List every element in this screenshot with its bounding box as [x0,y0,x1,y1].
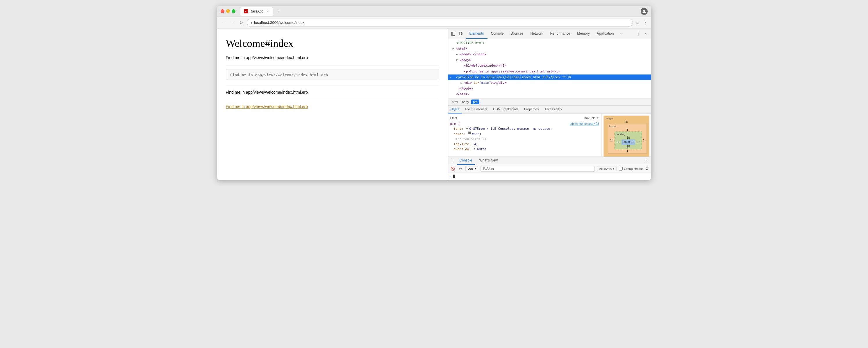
tab-close-button[interactable]: × [266,9,270,13]
box-border-row: 10 padding 10 10 [609,132,646,149]
new-tab-button[interactable]: + [274,7,282,15]
tab-console[interactable]: Console [488,29,507,39]
tab-network[interactable]: Network [527,29,547,39]
styles-property-moz-tab: -moz-tab-size: 4; [450,137,599,142]
box-border-label: border [609,125,646,128]
dom-line-div[interactable]: ▶ <div id="main">…</div> [448,80,651,86]
dom-line-html[interactable]: ▶ <html> [448,46,651,52]
dom-line-html-close[interactable]: </html> [448,91,651,97]
styles-cls-button[interactable]: .cls [591,116,596,120]
console-tab-console[interactable]: Console [457,157,475,165]
prop-value-overflow: auto; [477,147,487,152]
styles-tab-accessibility[interactable]: Accessibility [541,106,565,114]
styles-tab-properties[interactable]: Properties [521,106,541,114]
dom-body-close-tag: </body> [460,86,473,91]
box-padding-outer: padding 10 10 682 × 21 10 [615,132,642,149]
styles-source-link[interactable]: admin-theme.scss:428 [570,122,599,125]
devtools-header-right: ⋮ × [633,31,651,37]
console-input-row: › [448,173,651,180]
page-divider-1 [226,65,439,65]
address-bar[interactable]: ● localhost:3000/welcome/index [247,19,633,27]
devtools-settings-icon[interactable]: ⋮ [636,31,641,37]
dom-h1-tag: <h1>Welcome#index</h1> [464,63,507,68]
breadcrumb-body[interactable]: body [460,99,471,104]
console-top-label: top [467,167,473,171]
dom-line-body-close[interactable]: </body> [448,86,651,92]
dom-triangle[interactable]: ▶ [461,81,464,85]
devtools-close-icon[interactable]: × [643,31,649,37]
content-area: Welcome#index Find me in app/views/welco… [217,29,651,180]
inspect-element-icon[interactable] [450,31,456,37]
dom-triangle [461,69,464,74]
dom-triangle[interactable]: ▼ [456,58,460,63]
tab-performance[interactable]: Performance [547,29,574,39]
lock-icon: ● [251,21,253,24]
color-swatch[interactable] [468,132,471,134]
console-tab-whats-new[interactable]: What's New [476,157,501,165]
minimize-traffic-light[interactable] [226,9,230,13]
dom-line-pre[interactable]: … <pre>Find me in app/views/welcome/inde… [448,75,651,80]
dom-div-tag: <div id="main">…</div> [464,80,507,86]
prop-triangle-font[interactable]: ▶ [466,126,469,132]
dom-triangle [453,92,456,96]
prop-triangle-overflow[interactable]: ▶ [474,147,477,152]
console-filter-input[interactable] [480,166,595,172]
box-margin-label: margin [605,117,648,120]
svg-rect-1 [452,32,455,35]
dom-line-body[interactable]: ▼ <body> [448,57,651,63]
tab-elements[interactable]: Elements [466,29,488,39]
tab-sources[interactable]: Sources [507,29,527,39]
bookmark-star-icon[interactable]: ☆ [635,20,639,25]
box-margin-left [605,137,608,140]
dom-line-p[interactable]: <p>Find me in app/views/welcome/index.ht… [448,69,651,75]
breadcrumb-pre[interactable]: pre [471,99,479,104]
back-button[interactable]: ← [221,20,227,26]
tab-memory[interactable]: Memory [574,29,593,39]
browser-tab[interactable]: R RailsApp × [240,7,273,16]
box-margin-right [647,137,650,140]
console-ban-icon[interactable]: ⊘ [458,166,463,171]
tab-application[interactable]: Application [593,29,617,39]
console-level-arrow: ▾ [613,167,615,171]
profile-icon[interactable] [641,8,648,15]
console-level-label: All levels [599,167,612,171]
styles-filter-input[interactable] [450,116,582,120]
dom-triangle[interactable]: ▶ [453,46,456,51]
console-level-filter[interactable]: All levels ▾ [597,166,617,171]
breadcrumb-html[interactable]: html [450,99,460,104]
browser-menu-icon[interactable]: ⋮ [643,20,648,25]
styles-tab-event-listeners[interactable]: Event Listeners [462,106,490,114]
box-border-left: 10 [609,139,615,142]
dom-tree: <!DOCTYPE html> ▶ <html> ▶ <head>…</head… [448,39,651,99]
console-settings-icon[interactable]: ⚙ [645,167,649,171]
console-group-similar-label[interactable]: Group similar [619,167,643,171]
styles-add-button[interactable]: + [596,116,599,120]
dom-triangle [461,63,464,68]
page-link-text[interactable]: Find me in app/views/welcome/index.html.… [226,104,439,109]
console-top-select[interactable]: top ▾ [465,166,478,171]
prop-name-moz: -moz-tab-size: 4; [454,137,487,142]
console-menu-icon[interactable]: ⋮ [450,158,456,163]
styles-rule-header: pre { admin-theme.scss:428 [450,122,599,126]
dom-line-h1[interactable]: <h1>Welcome#index</h1> [448,63,651,69]
box-padding-bottom: 10 [616,145,641,148]
styles-property-overflow: overflow: ▶ auto; [450,147,599,152]
dom-line-head[interactable]: ▶ <head>…</head> [448,52,651,57]
console-close-button[interactable]: × [644,158,649,163]
styles-rule-pre: pre { admin-theme.scss:428 font: ▶ 0.875… [450,122,599,152]
dom-triangle[interactable]: ▶ [456,52,460,57]
close-traffic-light[interactable] [221,9,224,13]
dom-triangle[interactable] [453,41,456,46]
console-group-similar-checkbox[interactable] [619,167,623,171]
box-border-right: 1 [642,139,646,142]
styles-hov-button[interactable]: :hov [583,116,590,120]
console-clear-icon[interactable]: 🚫 [450,166,456,171]
dom-line-doctype[interactable]: <!DOCTYPE html> [448,40,651,46]
device-toolbar-icon[interactable] [458,31,464,37]
forward-button[interactable]: → [229,20,236,26]
tabs-overflow-button[interactable]: » [617,29,624,39]
styles-tab-dom-breakpoints[interactable]: DOM Breakpoints [490,106,521,114]
styles-tab-styles[interactable]: Styles [448,106,463,114]
maximize-traffic-light[interactable] [232,9,236,13]
refresh-button[interactable]: ↻ [238,20,245,26]
